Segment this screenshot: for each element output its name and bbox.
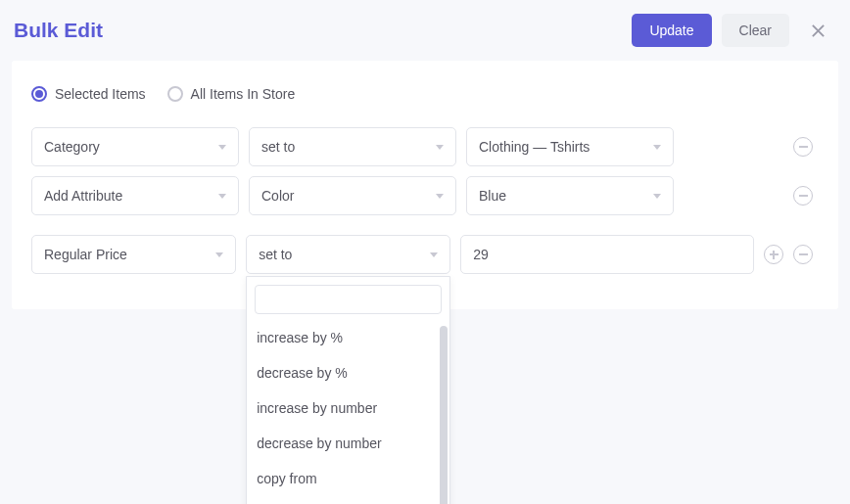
chevron-down-icon <box>436 145 444 150</box>
operator-select[interactable]: set to increase by % decrease by % incre… <box>246 235 450 274</box>
field-select[interactable]: Category <box>31 127 239 166</box>
radio-icon <box>31 86 47 102</box>
remove-row-button[interactable] <box>793 245 813 264</box>
operator-select[interactable]: set to <box>249 127 456 166</box>
operator-dropdown: increase by % decrease by % increase by … <box>246 276 450 504</box>
select-value: Clothing — Tshirts <box>479 139 590 155</box>
row-actions <box>793 137 819 157</box>
rule-row: Add Attribute Color Blue <box>31 176 819 215</box>
value-select[interactable]: Clothing — Tshirts <box>466 127 674 166</box>
chevron-down-icon <box>436 194 444 199</box>
dropdown-option[interactable]: decrease by % <box>247 355 449 390</box>
scope-all-items[interactable]: All Items In Store <box>167 86 296 102</box>
select-value: Category <box>44 139 100 155</box>
page-title: Bulk Edit <box>14 19 632 42</box>
update-button[interactable]: Update <box>632 14 711 47</box>
select-value: Blue <box>479 188 506 204</box>
close-icon[interactable] <box>803 16 832 45</box>
dropdown-list: increase by % decrease by % increase by … <box>247 320 449 504</box>
operator-select[interactable]: Color <box>249 176 456 215</box>
scope-radio-group: Selected Items All Items In Store <box>31 86 819 102</box>
dropdown-option[interactable]: increase by % <box>247 320 449 355</box>
dropdown-search-input[interactable] <box>255 285 442 314</box>
chevron-down-icon <box>430 252 438 257</box>
rule-row: Regular Price set to increase by % decre… <box>31 235 819 274</box>
chevron-down-icon <box>218 145 226 150</box>
remove-row-button[interactable] <box>793 137 813 157</box>
header: Bulk Edit Update Clear <box>0 0 850 61</box>
add-row-button[interactable] <box>764 245 783 264</box>
chevron-down-icon <box>215 252 223 257</box>
value-input[interactable]: 29 <box>460 235 754 274</box>
value-select[interactable]: Blue <box>466 176 674 215</box>
scrollbar[interactable] <box>440 326 448 504</box>
field-select[interactable]: Regular Price <box>31 235 236 274</box>
radio-label: All Items In Store <box>191 86 296 102</box>
dropdown-option[interactable]: set to sale price <box>247 496 449 504</box>
select-value: set to <box>259 247 292 262</box>
rule-row: Category set to Clothing — Tshirts <box>31 127 819 166</box>
remove-row-button[interactable] <box>793 186 813 206</box>
bulk-edit-panel: Selected Items All Items In Store Catego… <box>12 61 838 309</box>
chevron-down-icon <box>653 194 661 199</box>
chevron-down-icon <box>218 194 226 199</box>
dropdown-option[interactable]: decrease by number <box>247 426 449 461</box>
chevron-down-icon <box>653 145 661 150</box>
select-value: Regular Price <box>44 247 127 262</box>
row-actions <box>764 245 819 264</box>
clear-button[interactable]: Clear <box>722 14 789 47</box>
dropdown-option[interactable]: increase by number <box>247 390 449 426</box>
select-value: Add Attribute <box>44 188 122 204</box>
radio-label: Selected Items <box>55 86 146 102</box>
radio-icon <box>167 86 183 102</box>
select-value: set to <box>261 139 295 155</box>
select-value: Color <box>261 188 294 204</box>
field-select[interactable]: Add Attribute <box>31 176 239 215</box>
scope-selected-items[interactable]: Selected Items <box>31 86 146 102</box>
row-actions <box>793 186 819 206</box>
input-value: 29 <box>473 247 489 262</box>
dropdown-option[interactable]: copy from <box>247 461 449 496</box>
